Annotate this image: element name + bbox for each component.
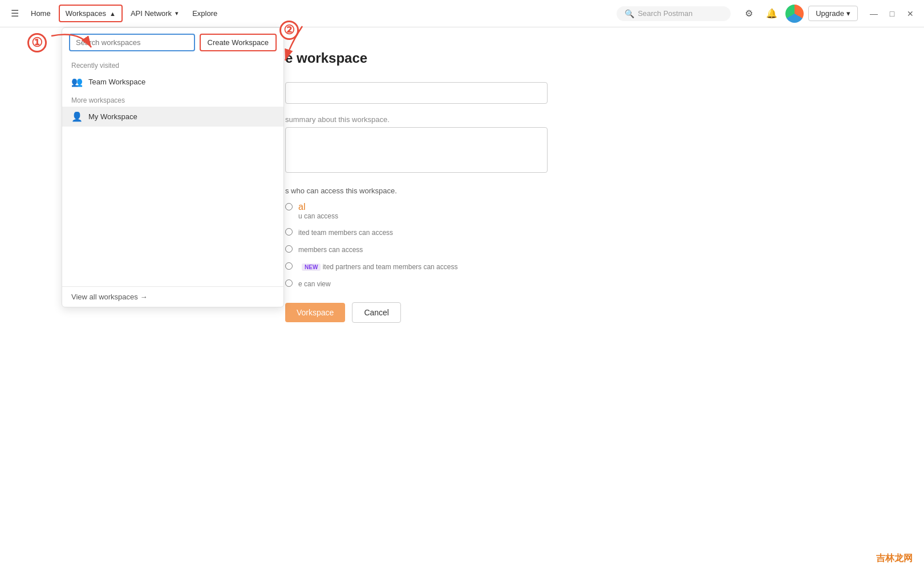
nav-home[interactable]: Home: [25, 6, 56, 21]
api-network-arrow-icon: ▾: [175, 10, 179, 17]
private-radio[interactable]: [285, 228, 293, 236]
visibility-personal: al u can access: [285, 202, 878, 220]
workspace-summary-input[interactable]: [285, 127, 548, 173]
summary-hint: summary about this workspace.: [285, 115, 878, 124]
nav-api-network[interactable]: API Network ▾: [125, 6, 184, 21]
avatar[interactable]: [785, 5, 804, 23]
form-actions: Vorkspace Cancel: [285, 302, 878, 323]
settings-icon[interactable]: ⚙: [740, 5, 758, 23]
new-badge: NEW: [302, 263, 321, 271]
close-button[interactable]: ✕: [903, 7, 917, 21]
workspace-name-input[interactable]: [285, 82, 548, 104]
view-all-workspaces-link[interactable]: View all workspaces →: [62, 286, 283, 307]
menu-icon[interactable]: ☰: [7, 6, 23, 22]
bell-icon[interactable]: 🔔: [763, 5, 781, 23]
my-workspace-icon: 👤: [71, 111, 83, 122]
minimize-button[interactable]: —: [867, 7, 881, 21]
global-search[interactable]: 🔍 Search Postman: [617, 6, 731, 21]
titlebar-right: ⚙ 🔔 Upgrade ▾: [740, 5, 858, 23]
workspace-dropdown: Create Workspace Recently visited 👥 Team…: [62, 27, 284, 307]
workspace-name-group: [285, 82, 878, 104]
search-icon: 🔍: [625, 9, 634, 18]
visibility-partner: NEW ited partners and team members can a…: [285, 261, 878, 271]
annotation-2: ②: [279, 21, 299, 40]
my-workspace-label: My Workspace: [88, 112, 137, 121]
visibility-public: e can view: [285, 278, 878, 289]
workspaces-arrow-icon: ▲: [110, 10, 116, 17]
create-workspace-submit-button[interactable]: Vorkspace: [285, 303, 345, 322]
team-radio[interactable]: [285, 245, 293, 253]
team-label: members can access: [298, 246, 363, 254]
partner-radio[interactable]: [285, 262, 293, 270]
upgrade-button[interactable]: Upgrade ▾: [808, 6, 858, 21]
personal-desc: u can access: [298, 212, 338, 220]
personal-radio[interactable]: [285, 203, 293, 210]
workspace-summary-group: summary about this workspace.: [285, 115, 878, 175]
nav-explore[interactable]: Explore: [187, 6, 223, 21]
cancel-button[interactable]: Cancel: [352, 302, 401, 323]
public-radio[interactable]: [285, 279, 293, 287]
nav-workspaces[interactable]: Workspaces ▲: [59, 5, 123, 22]
visibility-section: s who can access this workspace. al u ca…: [285, 186, 878, 289]
upgrade-arrow-icon: ▾: [846, 9, 850, 18]
team-workspace-item[interactable]: 👥 Team Workspace: [62, 72, 283, 92]
dropdown-spacer: [62, 127, 283, 286]
personal-label: al: [298, 202, 305, 212]
watermark-text: 吉林龙网: [876, 553, 913, 563]
partner-label: NEW ited partners and team members can a…: [298, 263, 457, 271]
public-label: e can view: [298, 280, 331, 288]
maximize-button[interactable]: □: [885, 7, 899, 21]
watermark: 吉林龙网: [876, 553, 913, 565]
visibility-private: ited team members can access: [285, 227, 878, 237]
my-workspace-item[interactable]: 👤 My Workspace: [62, 107, 283, 127]
page-title: e workspace: [285, 50, 878, 66]
titlebar: ☰ Home Workspaces ▲ API Network ▾ Explor…: [0, 0, 924, 27]
visibility-hint: s who can access this workspace.: [285, 186, 878, 195]
annotation-1: ①: [27, 33, 47, 52]
window-controls: — □ ✕: [867, 7, 917, 21]
private-label: ited team members can access: [298, 229, 393, 237]
search-placeholder-text: Search Postman: [638, 9, 692, 18]
team-workspace-label: Team Workspace: [88, 78, 145, 86]
more-workspaces-label: More workspaces: [62, 92, 283, 107]
visibility-team: members can access: [285, 244, 878, 254]
team-workspace-icon: 👥: [71, 76, 83, 87]
visibility-radio-group: al u can access ited team members can ac…: [285, 202, 878, 289]
create-workspace-button[interactable]: Create Workspace: [200, 34, 277, 51]
recently-visited-label: Recently visited: [62, 57, 283, 72]
